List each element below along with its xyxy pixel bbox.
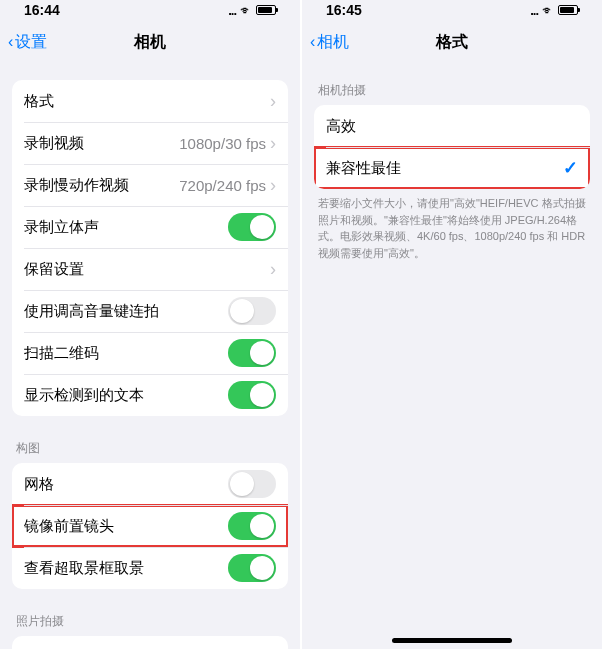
switch-knob: [230, 472, 254, 496]
toggle-switch[interactable]: [228, 470, 276, 498]
nav-bar: ‹ 相机 格式: [302, 20, 602, 64]
row-label: 显示检测到的文本: [24, 386, 228, 405]
switch-knob: [250, 215, 274, 239]
settings-group-composition: 网格镜像前置镜头查看超取景框取景: [12, 463, 288, 589]
checkmark-icon: ✓: [563, 157, 578, 179]
toggle-switch[interactable]: [228, 339, 276, 367]
switch-knob: [230, 299, 254, 323]
back-button[interactable]: ‹ 设置: [8, 32, 47, 53]
settings-row[interactable]: 网格: [12, 463, 288, 505]
row-detail: 720p/240 fps: [179, 177, 266, 194]
settings-row[interactable]: 录制视频1080p/30 fps›: [12, 122, 288, 164]
row-label: 高效: [326, 117, 578, 136]
formats-group: 高效兼容性最佳✓: [314, 105, 590, 189]
status-right: ... ᯤ: [530, 3, 578, 18]
camera-settings-screen: 16:44 ... ᯤ ‹ 设置 相机 格式›录制视频1080p/30 fps›…: [0, 0, 300, 649]
row-label: 镜像前置镜头: [24, 517, 228, 536]
chevron-left-icon: ‹: [310, 33, 315, 51]
toggle-switch[interactable]: [228, 512, 276, 540]
settings-row[interactable]: 录制立体声: [12, 206, 288, 248]
home-indicator[interactable]: [392, 638, 512, 643]
row-label: 使用调高音量键连拍: [24, 302, 228, 321]
chevron-right-icon: ›: [270, 176, 276, 194]
row-label: 查看超取景框取景: [24, 559, 228, 578]
switch-knob: [250, 383, 274, 407]
format-option-row[interactable]: 高效: [314, 105, 590, 147]
section-header-composition: 构图: [12, 422, 288, 463]
status-bar: 16:45 ... ᯤ: [302, 0, 602, 20]
settings-row[interactable]: 镜像前置镜头: [12, 505, 288, 547]
settings-row[interactable]: 格式›: [12, 80, 288, 122]
row-label: 录制立体声: [24, 218, 228, 237]
row-detail: 1080p/30 fps: [179, 135, 266, 152]
settings-row[interactable]: 录制慢动作视频720p/240 fps›: [12, 164, 288, 206]
back-button[interactable]: ‹ 相机: [310, 32, 349, 53]
chevron-right-icon: ›: [270, 134, 276, 152]
toggle-switch[interactable]: [228, 554, 276, 582]
wifi-icon: ᯤ: [542, 3, 554, 18]
row-label: 扫描二维码: [24, 344, 228, 363]
back-label: 相机: [317, 32, 349, 53]
wifi-icon: ᯤ: [240, 3, 252, 18]
formats-screen: 16:45 ... ᯤ ‹ 相机 格式 相机拍摄 高效兼容性最佳✓ 若要缩小文件…: [302, 0, 602, 649]
row-label: 保留设置: [24, 260, 270, 279]
battery-icon: [256, 5, 276, 15]
switch-knob: [250, 514, 274, 538]
row-label: 格式: [24, 92, 270, 111]
format-option-row[interactable]: 兼容性最佳✓: [314, 147, 590, 189]
footer-text: 若要缩小文件大小，请使用"高效"HEIF/HEVC 格式拍摄照片和视频。"兼容性…: [314, 189, 590, 261]
chevron-right-icon: ›: [270, 260, 276, 278]
settings-row[interactable]: 显示检测到的文本: [12, 374, 288, 416]
toggle-switch[interactable]: [228, 381, 276, 409]
section-header-capture: 相机拍摄: [314, 64, 590, 105]
toggle-switch[interactable]: [228, 213, 276, 241]
chevron-left-icon: ‹: [8, 33, 13, 51]
settings-row[interactable]: 摄影风格›: [12, 636, 288, 649]
row-label: 兼容性最佳: [326, 159, 563, 178]
back-label: 设置: [15, 32, 47, 53]
row-label: 录制慢动作视频: [24, 176, 179, 195]
settings-row[interactable]: 保留设置›: [12, 248, 288, 290]
row-label: 网格: [24, 475, 228, 494]
settings-group-1: 格式›录制视频1080p/30 fps›录制慢动作视频720p/240 fps›…: [12, 80, 288, 416]
chevron-right-icon: ›: [270, 92, 276, 110]
nav-bar: ‹ 设置 相机: [0, 20, 300, 64]
settings-group-photo: 摄影风格›: [12, 636, 288, 649]
status-time: 16:45: [326, 2, 362, 18]
status-bar: 16:44 ... ᯤ: [0, 0, 300, 20]
switch-knob: [250, 341, 274, 365]
settings-row[interactable]: 扫描二维码: [12, 332, 288, 374]
content: 格式›录制视频1080p/30 fps›录制慢动作视频720p/240 fps›…: [0, 64, 300, 649]
toggle-switch[interactable]: [228, 297, 276, 325]
settings-row[interactable]: 使用调高音量键连拍: [12, 290, 288, 332]
switch-knob: [250, 556, 274, 580]
status-time: 16:44: [24, 2, 60, 18]
section-header-photo: 照片拍摄: [12, 595, 288, 636]
content: 相机拍摄 高效兼容性最佳✓ 若要缩小文件大小，请使用"高效"HEIF/HEVC …: [302, 64, 602, 649]
status-right: ... ᯤ: [228, 3, 276, 18]
battery-icon: [558, 5, 578, 15]
row-label: 录制视频: [24, 134, 179, 153]
settings-row[interactable]: 查看超取景框取景: [12, 547, 288, 589]
